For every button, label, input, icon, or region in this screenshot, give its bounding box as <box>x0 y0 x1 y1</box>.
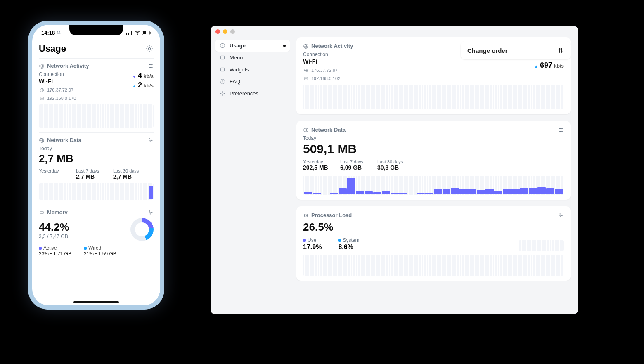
svg-point-22 <box>151 212 152 213</box>
sidebar-item-label: FAQ <box>230 78 240 85</box>
card-title: Network Data <box>47 137 81 143</box>
sidebar-item-widgets[interactable]: Widgets <box>215 64 290 76</box>
cellular-icon <box>126 31 133 35</box>
svg-rect-2 <box>130 32 130 35</box>
phone-notch <box>69 25 123 35</box>
sidebar-item-menu[interactable]: Menu <box>215 52 290 64</box>
connection-value: Wi-Fi <box>39 78 76 85</box>
card-title: Network Activity <box>311 43 353 49</box>
sidebar-item-label: Preferences <box>230 90 258 97</box>
memory-detail: 3,3 / 7,47 GB <box>39 234 69 239</box>
badge-dot <box>283 45 286 47</box>
sidebar-item-label: Menu <box>230 54 243 61</box>
change-order-button[interactable]: Change order <box>461 41 571 59</box>
svg-rect-25 <box>220 56 224 59</box>
bell-slash-icon <box>56 31 61 35</box>
net-data-chart <box>39 183 154 200</box>
network-activity-card: Network Activity Connection Wi-Fi 176.37… <box>39 58 154 132</box>
svg-point-19 <box>150 141 151 142</box>
app-window: UsageMenuWidgetsFAQPreferences Network A… <box>211 26 578 314</box>
svg-point-18 <box>151 139 152 140</box>
globe-icon <box>303 43 309 49</box>
svg-point-23 <box>150 213 151 214</box>
battery-icon <box>142 31 151 35</box>
widgets-scroll[interactable]: Network Activity Connection Wi-Fi 176.37… <box>296 37 573 310</box>
svg-point-28 <box>223 83 223 83</box>
phone-screen: 14:18 Usage <box>32 25 160 305</box>
sidebar-item-preferences[interactable]: Preferences <box>215 87 290 99</box>
lan-icon <box>303 76 309 81</box>
sidebar-item-faq[interactable]: FAQ <box>215 76 290 87</box>
sliders-icon[interactable] <box>148 63 154 69</box>
svg-rect-26 <box>220 68 224 71</box>
sliders-icon[interactable] <box>558 213 564 218</box>
legend-wired: Wired21% • 1,59 GB <box>84 245 116 257</box>
svg-rect-35 <box>304 77 307 80</box>
globe-icon <box>39 63 45 69</box>
cpu-history-chart <box>303 255 564 276</box>
net-activity-chart <box>39 104 154 128</box>
page-title: Usage <box>39 43 66 54</box>
minimize-button[interactable] <box>223 29 227 34</box>
stat-item: Yesterday- <box>39 168 68 180</box>
sort-arrows-icon <box>557 47 564 54</box>
stat-item: Last 7 days2,7 MB <box>76 168 105 180</box>
sliders-icon[interactable] <box>558 127 564 133</box>
stat-item: Yesterday202,5 MB <box>303 159 332 171</box>
close-button[interactable] <box>215 29 220 34</box>
sliders-icon[interactable] <box>148 137 154 143</box>
net-data-chart <box>303 176 564 195</box>
ip-local: 192.168.0.170 <box>47 96 76 101</box>
sidebar-item-label: Widgets <box>230 66 249 73</box>
svg-rect-7 <box>150 32 151 34</box>
svg-rect-1 <box>128 33 129 35</box>
svg-point-39 <box>561 129 562 130</box>
upload-rate: ▲697kb/s <box>534 61 564 70</box>
memory-percent: 44.2% <box>39 221 69 234</box>
status-time: 14:18 <box>41 30 55 36</box>
netdata-stats: Yesterday-Last 7 days2,7 MBLast 30 days2… <box>39 168 154 180</box>
svg-point-45 <box>560 216 561 217</box>
stat-item: Last 30 days2,7 MB <box>113 168 142 180</box>
stat-item: Last 30 days30,3 GB <box>377 159 406 171</box>
ip-public: 176.37.72.97 <box>311 68 338 73</box>
svg-point-8 <box>149 48 151 50</box>
svg-point-29 <box>222 93 223 95</box>
memory-donut <box>130 218 154 241</box>
svg-rect-3 <box>131 31 132 35</box>
globe-icon <box>39 137 45 143</box>
sidebar-item-usage[interactable]: Usage <box>215 40 290 52</box>
svg-point-36 <box>305 78 307 79</box>
help-icon <box>220 79 225 85</box>
globe-icon <box>303 67 309 73</box>
svg-point-44 <box>561 215 562 215</box>
legend-active: Active23% • 1,71 GB <box>39 245 71 257</box>
svg-point-11 <box>151 65 152 66</box>
globe-icon <box>39 87 45 93</box>
stat-item: Last 7 days6,09 GB <box>340 159 369 171</box>
gear-icon[interactable] <box>145 45 154 53</box>
change-order-label: Change order <box>467 47 508 54</box>
gauge-icon <box>220 43 225 49</box>
svg-point-21 <box>149 210 150 211</box>
today-value: 509,1 MB <box>303 142 564 156</box>
window-icon <box>220 55 225 61</box>
legend-user: User17.9% <box>303 236 322 251</box>
network-data-card: Network Data Today 509,1 MB Yesterday202… <box>296 121 571 200</box>
today-label: Today <box>303 135 564 141</box>
zoom-button[interactable] <box>230 29 235 34</box>
connection-label: Connection <box>39 71 76 77</box>
connection-label: Connection <box>303 52 340 57</box>
processor-card: Processor Load 26.5% User17.9% System8.6… <box>296 206 571 281</box>
svg-rect-20 <box>40 211 43 214</box>
cpu-icon <box>303 213 309 218</box>
wifi-icon <box>135 31 140 35</box>
svg-point-10 <box>149 64 150 65</box>
chip-icon <box>39 210 45 215</box>
card-title: Processor Load <box>311 212 352 218</box>
card-title: Memory <box>47 209 68 215</box>
sliders-icon[interactable] <box>148 210 154 215</box>
home-indicator[interactable] <box>73 301 119 303</box>
lan-icon <box>39 95 45 101</box>
globe-icon <box>303 127 309 133</box>
